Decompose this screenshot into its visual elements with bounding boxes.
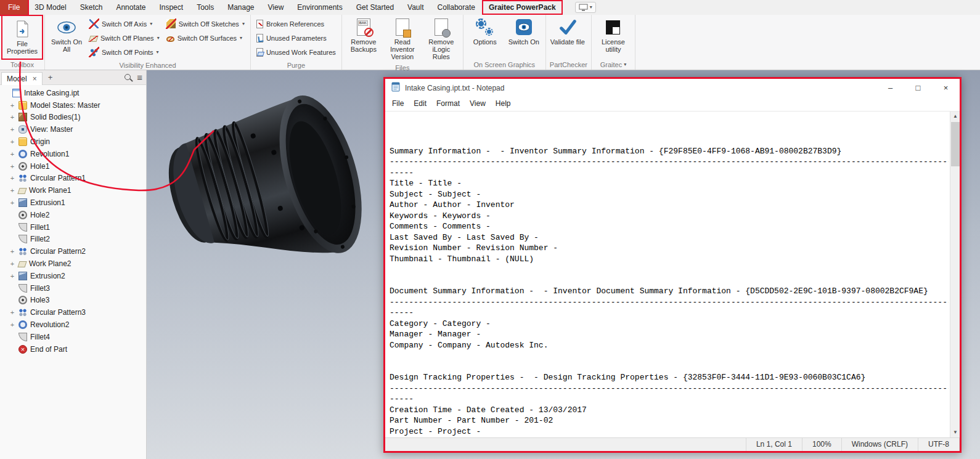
group-label-partchecker: PartChecker [546, 60, 591, 70]
menu-item[interactable]: Collaborate [431, 0, 482, 15]
tree-item[interactable]: Hole3 [0, 294, 146, 307]
read-inventor-version-button[interactable]: Read Inventor Version [384, 17, 421, 62]
menu-item[interactable]: Annotate [109, 0, 152, 15]
expander-icon[interactable]: + [9, 322, 15, 328]
expander-icon[interactable]: + [9, 175, 15, 181]
group-label-graitec[interactable]: Graitec▾ [592, 60, 635, 70]
notepad-titlebar[interactable]: Intake Casing.ipt.txt - Notepad – □ × [385, 79, 960, 97]
tree-item[interactable]: + Circular Pattern2 [0, 245, 146, 258]
menu-item[interactable]: Graitec PowerPack [482, 0, 563, 15]
switch-off-planes-button[interactable]: Switch Off Planes ▾ [87, 31, 162, 45]
license-utility-button[interactable]: License utility [595, 17, 632, 54]
scrollbar[interactable]: ▲ ▼ [950, 112, 960, 437]
notepad-text[interactable]: Summary Information - - Inventor Summary… [390, 113, 949, 437]
tree-item[interactable]: + Work Plane2 [0, 258, 146, 270]
notepad-text-line: Revision Number - Revision Number - [390, 243, 949, 254]
tree-item-icon [18, 345, 27, 354]
tree-item[interactable]: + View: Master [0, 123, 146, 136]
options-button[interactable]: Options [467, 17, 504, 47]
ribbon-group-files: BAK Remove Backups Read Inventor Version… [342, 15, 463, 70]
tree-item[interactable]: Fillet4 [0, 331, 146, 343]
expander-icon[interactable]: + [9, 273, 15, 279]
expander-icon[interactable]: + [9, 200, 15, 206]
scroll-down-icon[interactable]: ▼ [950, 428, 960, 437]
close-button[interactable]: × [932, 79, 960, 97]
unused-work-features-button[interactable]: Unused Work Features [254, 45, 338, 59]
menu-item[interactable]: Tools [190, 0, 221, 15]
tree-item[interactable]: Hole2 [0, 209, 146, 221]
scrollbar-thumb[interactable] [951, 122, 960, 166]
expander-icon[interactable]: + [9, 139, 15, 145]
file-properties-button[interactable]: File Properties [4, 18, 41, 56]
switch-on-button[interactable]: Switch On [505, 17, 542, 47]
expander-icon[interactable]: + [9, 248, 15, 254]
menu-item[interactable]: Manage [221, 0, 261, 15]
menu-item[interactable]: Get Started [349, 0, 401, 15]
expander-icon[interactable]: + [9, 114, 15, 120]
tree-item-icon [18, 125, 27, 134]
validate-file-button[interactable]: Validate file [549, 17, 586, 47]
scroll-up-icon[interactable]: ▲ [950, 112, 960, 121]
tree-item[interactable]: + Circular Pattern1 [0, 173, 146, 185]
tree-item[interactable]: + Origin [0, 136, 146, 148]
browser-menu-icon[interactable]: ≡ [137, 73, 142, 82]
tree-item[interactable]: + Extrusion1 [0, 197, 146, 209]
tree-item[interactable]: + Circular Pattern3 [0, 306, 146, 319]
remove-backups-button[interactable]: BAK Remove Backups [345, 17, 382, 54]
expander-icon[interactable]: + [9, 151, 15, 157]
expander-icon[interactable]: + [9, 187, 15, 193]
menu-item[interactable]: File [0, 0, 28, 15]
close-tab-icon[interactable]: × [33, 75, 37, 83]
chevron-down-icon[interactable]: ▾ [157, 50, 159, 55]
tree-item[interactable]: Fillet3 [0, 282, 146, 294]
tree-item[interactable]: Fillet1 [0, 221, 146, 234]
menu-item[interactable]: 3D Model [28, 0, 73, 15]
model-tab[interactable]: Model × [1, 72, 43, 85]
maximize-button[interactable]: □ [904, 79, 932, 97]
tree-item[interactable]: + Work Plane1 [0, 184, 146, 197]
notepad-menu-item[interactable]: File [387, 97, 409, 111]
notepad-text-line: ----------------------------------------… [390, 156, 949, 168]
notepad-menu-item[interactable]: Edit [409, 97, 431, 111]
notepad-text-area[interactable]: Summary Information - - Inventor Summary… [385, 111, 960, 437]
add-tab-icon[interactable]: + [47, 73, 54, 82]
tree-item[interactable]: + Revolution1 [0, 148, 146, 160]
menu-item[interactable]: Sketch [73, 0, 110, 15]
tree-item[interactable]: Fillet2 [0, 234, 146, 246]
chevron-down-icon[interactable]: ▾ [242, 22, 245, 26]
chevron-down-icon[interactable]: ▾ [157, 36, 160, 41]
unused-parameters-button[interactable]: Unused Parameters [254, 31, 338, 45]
switch-on-all-button[interactable]: Switch On All [48, 17, 85, 54]
tree-item[interactable]: + Extrusion2 [0, 270, 146, 282]
switch-off-surfaces-button[interactable]: Switch Off Surfaces ▾ [164, 31, 247, 45]
search-icon[interactable] [124, 73, 133, 82]
expander-icon[interactable]: + [9, 102, 15, 108]
remove-ilogic-rules-button[interactable]: Remove iLogic Rules [423, 17, 460, 62]
minimize-button[interactable]: – [876, 79, 904, 97]
switch-off-sketches-button[interactable]: Switch Off Sketches ▾ [164, 17, 247, 31]
switch-off-axis-button[interactable]: Switch Off Axis ▾ [87, 17, 162, 31]
tree-item[interactable]: + Solid Bodies(1) [0, 112, 146, 124]
tree-item[interactable]: + Model States: Master [0, 99, 146, 112]
menu-item[interactable]: Inspect [152, 0, 190, 15]
broken-references-button[interactable]: Broken References [254, 17, 338, 31]
switch-off-points-button[interactable]: Switch Off Points ▾ [87, 45, 162, 59]
intake-casing-part-model[interactable] [152, 80, 392, 277]
expander-icon[interactable]: + [9, 163, 15, 169]
menu-item[interactable]: Vault [401, 0, 430, 15]
expander-icon[interactable]: + [9, 261, 15, 267]
tree-item[interactable]: + Revolution2 [0, 319, 146, 331]
tree-item[interactable]: + Hole1 [0, 160, 146, 173]
display-options-button[interactable]: ▾ [575, 2, 596, 13]
expander-icon[interactable]: + [9, 126, 15, 132]
chevron-down-icon[interactable]: ▾ [240, 36, 242, 41]
notepad-menu-item[interactable]: Format [431, 97, 465, 111]
menu-item[interactable]: View [261, 0, 291, 15]
expander-icon[interactable]: + [9, 309, 15, 315]
menu-item[interactable]: Environments [290, 0, 349, 15]
notepad-menu-item[interactable]: Help [491, 97, 516, 111]
tree-item[interactable]: End of Part [0, 343, 146, 355]
chevron-down-icon[interactable]: ▾ [150, 22, 152, 26]
notepad-menu-item[interactable]: View [465, 97, 491, 111]
tree-item[interactable]: Intake Casing.ipt [0, 87, 146, 99]
